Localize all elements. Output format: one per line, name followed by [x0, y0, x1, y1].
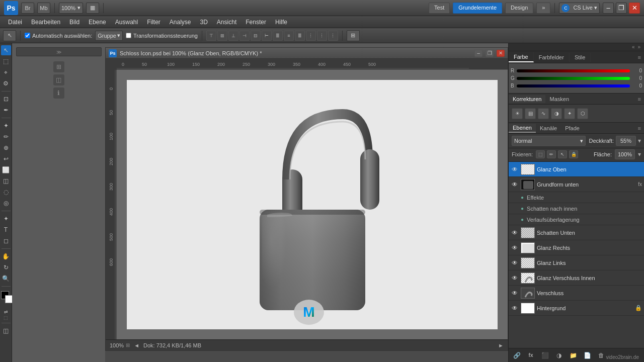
g-slider[interactable] [517, 77, 630, 80]
layer-item-glanz-rechts[interactable]: 👁 Glanz Rechts [509, 240, 644, 255]
hand-tool[interactable]: ✋ [1, 251, 11, 261]
menu-bild[interactable]: Bild [65, 18, 84, 27]
dist-vc[interactable]: ≡ [284, 31, 294, 41]
korrekturen-menu[interactable]: ≡ [635, 96, 644, 102]
layer-item-glanz-oben[interactable]: 👁 Glanz Oben [509, 162, 644, 177]
panel-collapse-btn[interactable]: « [630, 44, 636, 50]
move-tool-btn[interactable]: ↖ [3, 30, 16, 41]
align-bottom[interactable]: ⊥ [228, 31, 238, 41]
tab-farbe[interactable]: Farbe [509, 52, 534, 62]
zoom-dropdown[interactable]: 100% ▾ [59, 3, 83, 14]
cs-live-dropdown[interactable]: C CS Live ▾ [559, 3, 600, 14]
healing-tool[interactable]: ✦ [1, 121, 11, 131]
dist-hc[interactable]: ⋮ [317, 31, 327, 41]
align-left[interactable]: ⊣ [239, 31, 250, 41]
align-top[interactable]: ⊤ [206, 31, 216, 41]
bridge-button[interactable]: Br [21, 3, 34, 14]
maximize-button[interactable]: ❐ [616, 3, 627, 14]
layer-vis-glanz-links[interactable]: 👁 [511, 259, 519, 267]
close-button[interactable]: ✕ [629, 3, 640, 14]
fill-arrow[interactable]: ▾ [638, 151, 641, 158]
minimize-button[interactable]: – [603, 3, 614, 14]
color-panel-menu[interactable]: ≡ [635, 54, 644, 60]
new-group-btn[interactable]: 📁 [568, 351, 578, 360]
move-tool[interactable]: ↖ [1, 45, 11, 55]
dist-bottom[interactable]: ≣ [295, 31, 305, 41]
fill-input[interactable] [615, 149, 635, 159]
panel-expand-btn[interactable]: ≫ [16, 47, 102, 56]
quick-mask-btn[interactable]: ◫ [1, 326, 11, 336]
doc-restore-btn[interactable]: ❐ [486, 50, 494, 57]
layer-item-schatten-unten[interactable]: 👁 Schatten Unten [509, 225, 644, 240]
workspace-design-btn[interactable]: Design [505, 3, 533, 14]
layer-vis-schatten[interactable]: 👁 [511, 229, 519, 237]
layer-vis-grundform[interactable]: 👁 [511, 180, 519, 189]
layer-vis-hintergrund[interactable]: 👁 [511, 304, 519, 312]
corr-exposure[interactable]: ◑ [551, 108, 562, 119]
tab-kanaele[interactable]: Kanäle [536, 124, 561, 132]
align-right[interactable]: ⊢ [262, 31, 272, 41]
fix-transparency-btn[interactable]: ⬚ [536, 150, 545, 158]
tab-ebenen[interactable]: Ebenen [509, 124, 536, 133]
fix-brush-btn[interactable]: ✏ [547, 150, 556, 158]
auto-align-btn[interactable]: ⊞ [347, 30, 360, 41]
menu-datei[interactable]: Datei [4, 18, 26, 27]
opacity-arrow[interactable]: ▾ [638, 137, 641, 144]
brush-tool[interactable]: ✏ [1, 132, 11, 142]
mini-bridge-button[interactable]: Mb [37, 3, 50, 14]
corr-hsl[interactable]: ⬡ [577, 108, 588, 119]
blur-tool[interactable]: ◌ [1, 187, 11, 197]
dist-left[interactable]: ⋮ [306, 31, 316, 41]
side-icon-3[interactable]: ℹ [53, 87, 64, 99]
eyedropper-tool[interactable]: ✒ [1, 105, 11, 115]
rotate-view-tool[interactable]: ↻ [1, 262, 11, 273]
quick-select-tool[interactable]: ⚙ [1, 78, 11, 88]
workspace-grundelemente-btn[interactable]: Grundelemente [453, 3, 502, 14]
transform-checkbox[interactable]: Transformationssteuerung [126, 33, 198, 39]
tab-masken[interactable]: Masken [545, 95, 573, 103]
status-arrow-left[interactable]: ◄ [134, 342, 139, 348]
align-vcenter[interactable]: ⊞ [217, 31, 227, 41]
clone-tool[interactable]: ⊕ [1, 143, 11, 153]
eraser-tool[interactable]: ⬜ [1, 165, 11, 175]
menu-fenster[interactable]: Fenster [242, 18, 270, 27]
b-slider[interactable] [517, 84, 630, 87]
side-icon-1[interactable]: ⊞ [53, 61, 64, 72]
layer-item-glanz-links[interactable]: 👁 Glanz Links [509, 255, 644, 270]
menu-analyse[interactable]: Analyse [166, 18, 195, 27]
menu-ebene[interactable]: Ebene [85, 18, 110, 27]
lasso-tool[interactable]: ⌖ [1, 67, 11, 77]
menu-auswahl[interactable]: Auswahl [111, 18, 142, 27]
link-layers-btn[interactable]: 🔗 [512, 351, 522, 360]
layer-style-btn[interactable]: fx [526, 351, 536, 360]
side-icon-2[interactable]: ◫ [53, 74, 64, 85]
menu-bearbeiten[interactable]: Bearbeiten [27, 18, 64, 27]
new-layer-btn[interactable]: 📄 [582, 351, 592, 360]
opacity-input[interactable] [616, 136, 636, 146]
panel-expand-right-btn[interactable]: » [636, 44, 642, 50]
menu-ansicht[interactable]: Ansicht [213, 18, 240, 27]
default-colors-btn[interactable]: ⬚ [4, 315, 8, 320]
layer-vis-glanz-oben[interactable]: 👁 [511, 165, 519, 173]
auto-select-type-dropdown[interactable]: Gruppe ▾ [95, 31, 123, 41]
layer-panel-menu[interactable]: ≡ [635, 125, 644, 131]
verlaufsueberlagerung-item[interactable]: ● Verlaufsüberlagerung [509, 214, 644, 225]
gradient-tool[interactable]: ◫ [1, 176, 11, 186]
history-brush[interactable]: ↩ [1, 154, 11, 164]
workspace-test-btn[interactable]: Test [429, 3, 450, 14]
r-slider[interactable] [517, 69, 630, 72]
tab-pfade[interactable]: Pfade [561, 124, 584, 132]
workspace-more-btn[interactable]: » [536, 3, 550, 14]
shape-tool[interactable]: ◻ [1, 236, 11, 246]
fix-all-btn[interactable]: 🔒 [569, 150, 578, 158]
blending-mode-dropdown[interactable]: Normal ▾ [512, 136, 586, 146]
corr-levels[interactable]: ▤ [525, 108, 536, 119]
layer-vis-glanz-rechts[interactable]: 👁 [511, 244, 519, 252]
layer-fx-icon[interactable]: fx [638, 182, 642, 187]
doc-close-btn[interactable]: ✕ [497, 50, 505, 57]
tab-farbfelder[interactable]: Farbfelder [534, 53, 570, 62]
path-tool[interactable]: ✦ [1, 214, 11, 224]
adjustment-layer-btn[interactable]: ◑ [554, 351, 564, 360]
layer-item-verschluss[interactable]: 👁 Verschluss [509, 286, 644, 301]
tab-korrekturen[interactable]: Korrekturen [509, 95, 545, 103]
